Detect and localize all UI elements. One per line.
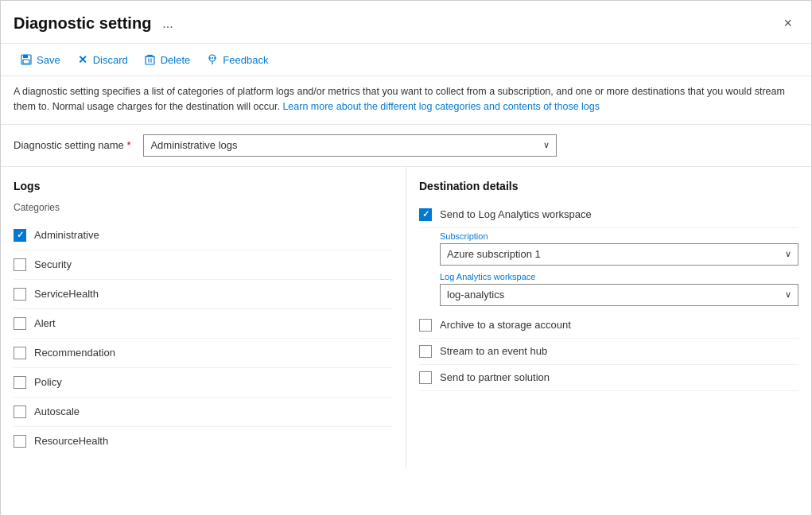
checkbox-partner[interactable] xyxy=(419,371,432,384)
checkbox-servicehealth[interactable] xyxy=(14,288,26,301)
learn-more-link[interactable]: Learn more about the different log categ… xyxy=(282,101,600,112)
discard-icon: ✕ xyxy=(76,53,89,66)
setting-name-row: Diagnostic setting name * Administrative… xyxy=(1,125,811,167)
dest-row-partner: Send to partner solution xyxy=(419,365,798,391)
category-label-servicehealth[interactable]: ServiceHealth xyxy=(34,288,99,300)
destination-section-title: Destination details xyxy=(419,180,798,192)
category-row-administrative: Administrative xyxy=(14,221,393,250)
dest-label-storage[interactable]: Archive to a storage account xyxy=(440,319,571,331)
workspace-dropdown-arrow: ∨ xyxy=(785,289,791,300)
checkbox-resourcehealth[interactable] xyxy=(14,435,26,448)
checkbox-recommendation[interactable] xyxy=(14,347,26,359)
title-row: Diagnostic setting ... xyxy=(14,14,178,33)
category-label-security[interactable]: Security xyxy=(34,258,72,270)
svg-point-14 xyxy=(214,57,216,59)
dest-label-partner[interactable]: Send to partner solution xyxy=(440,371,550,383)
svg-rect-2 xyxy=(23,60,29,64)
ellipsis-button[interactable]: ... xyxy=(157,15,177,33)
delete-label: Delete xyxy=(161,54,191,66)
category-row-security: Security xyxy=(14,250,393,280)
dest-label-log-analytics[interactable]: Send to Log Analytics workspace xyxy=(440,208,592,220)
subscription-dropdown-arrow: ∨ xyxy=(785,249,791,259)
dest-label-event-hub[interactable]: Stream to an event hub xyxy=(440,345,547,357)
svg-rect-3 xyxy=(146,56,154,64)
setting-name-value: Administrative logs xyxy=(150,139,237,151)
destination-panel: Destination details Send to Log Analytic… xyxy=(406,167,811,468)
category-label-policy[interactable]: Policy xyxy=(34,376,62,388)
diagnostic-setting-panel: Diagnostic setting ... × Save ✕ Discard xyxy=(0,0,812,516)
subscription-label: Subscription xyxy=(440,231,798,241)
required-indicator: * xyxy=(126,139,130,151)
discard-button[interactable]: ✕ Discard xyxy=(70,50,134,69)
category-row-policy: Policy xyxy=(14,368,393,398)
category-row-servicehealth: ServiceHealth xyxy=(14,280,393,309)
subscription-value: Azure subscription 1 xyxy=(447,248,541,260)
logs-section-title: Logs xyxy=(14,180,393,192)
category-label-alert[interactable]: Alert xyxy=(34,317,56,329)
workspace-label: Log Analytics workspace xyxy=(440,272,798,281)
discard-label: Discard xyxy=(93,54,128,66)
save-label: Save xyxy=(37,54,60,66)
category-row-autoscale: Autoscale xyxy=(14,398,393,427)
category-label-resourcehealth[interactable]: ResourceHealth xyxy=(34,435,108,447)
info-section: A diagnostic setting specifies a list of… xyxy=(1,76,811,125)
svg-point-13 xyxy=(212,57,213,59)
logs-panel: Logs Categories Administrative Security … xyxy=(1,167,406,468)
dest-row-storage: Archive to a storage account xyxy=(419,312,798,339)
feedback-icon xyxy=(206,53,219,66)
dest-row-event-hub: Stream to an event hub xyxy=(419,339,798,365)
dest-row-log-analytics: Send to Log Analytics workspace xyxy=(419,202,798,228)
toolbar: Save ✕ Discard Delete xyxy=(1,44,811,76)
checkbox-policy[interactable] xyxy=(14,376,26,389)
checkbox-autoscale[interactable] xyxy=(14,405,26,418)
category-row-alert: Alert xyxy=(14,309,393,339)
workspace-dropdown[interactable]: log-analytics ∨ xyxy=(440,284,798,306)
delete-icon xyxy=(144,53,157,66)
checkbox-log-analytics[interactable] xyxy=(419,208,432,221)
category-row-recommendation: Recommendation xyxy=(14,339,393,368)
delete-button[interactable]: Delete xyxy=(138,50,197,69)
category-label-autoscale[interactable]: Autoscale xyxy=(34,405,80,417)
setting-name-input[interactable]: Administrative logs ∨ xyxy=(143,134,557,157)
svg-point-12 xyxy=(209,57,211,59)
checkbox-security[interactable] xyxy=(14,258,26,271)
save-button[interactable]: Save xyxy=(14,50,67,69)
svg-rect-1 xyxy=(23,55,28,58)
checkbox-administrative[interactable] xyxy=(14,229,26,242)
checkbox-storage[interactable] xyxy=(419,319,432,332)
save-icon xyxy=(20,53,33,66)
workspace-value: log-analytics xyxy=(447,289,504,301)
subscription-dropdown[interactable]: Azure subscription 1 ∨ xyxy=(440,243,798,266)
main-content: Logs Categories Administrative Security … xyxy=(1,167,811,468)
close-button[interactable]: × xyxy=(777,12,798,35)
feedback-label: Feedback xyxy=(223,54,268,66)
panel-header: Diagnostic setting ... × xyxy=(1,1,811,44)
feedback-button[interactable]: Feedback xyxy=(200,50,274,69)
category-label-administrative[interactable]: Administrative xyxy=(34,229,99,241)
category-label-recommendation[interactable]: Recommendation xyxy=(34,347,115,359)
log-analytics-subform: Subscription Azure subscription 1 ∨ Log … xyxy=(440,231,798,306)
category-row-resourcehealth: ResourceHealth xyxy=(14,427,393,456)
setting-name-dropdown-arrow: ∨ xyxy=(543,140,550,150)
categories-label: Categories xyxy=(14,202,393,213)
checkbox-event-hub[interactable] xyxy=(419,345,432,358)
setting-name-label: Diagnostic setting name * xyxy=(14,139,130,151)
checkbox-alert[interactable] xyxy=(14,317,26,330)
panel-title: Diagnostic setting xyxy=(14,14,151,33)
